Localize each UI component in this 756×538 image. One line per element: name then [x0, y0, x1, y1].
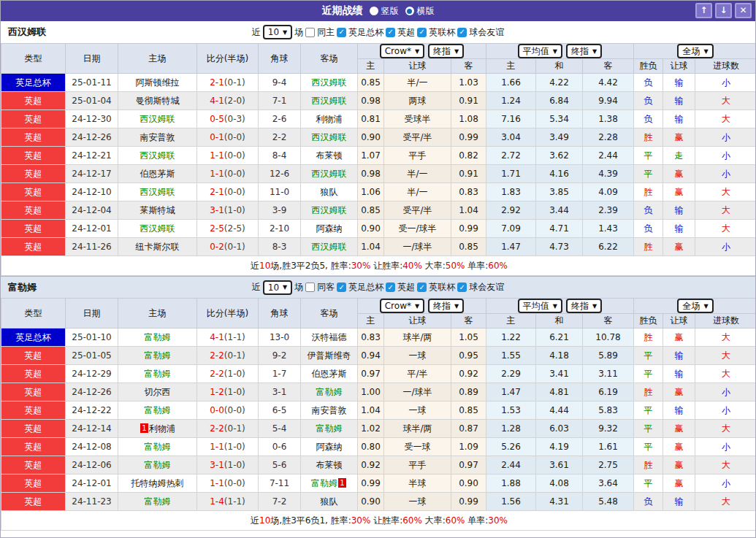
scroll-up-button[interactable]: ↑	[695, 3, 712, 18]
odds-away: 0.89	[459, 387, 478, 397]
bookmaker-select[interactable]: Crow*	[380, 299, 424, 313]
match-date: 24-12-22	[72, 405, 111, 415]
avg-home: 1.24	[501, 96, 521, 106]
goals-flag: 小	[722, 132, 730, 142]
col-goals: 大	[695, 201, 756, 220]
close-button[interactable]: ✕	[735, 3, 752, 18]
col-odds-home: 1.07	[358, 147, 384, 165]
col-competition: 英超	[1, 365, 66, 383]
summary-segment: 50%	[446, 261, 465, 271]
games-label: 场	[294, 26, 303, 39]
odds-stage-select[interactable]: 终指	[428, 44, 464, 58]
fa-cup-checkbox[interactable]	[337, 28, 346, 37]
col-goals: 小	[695, 74, 756, 92]
competition-badge: 英超	[25, 405, 42, 415]
avg-away: 6.19	[598, 387, 618, 397]
scroll-down-button[interactable]: ↓	[715, 3, 732, 18]
match-row: 英超24-12-30西汉姆联0-5(0-3)2-6利物浦0.81受球半1.087…	[1, 110, 756, 128]
corners-count: 2-10	[270, 223, 289, 234]
summary-segment: 10	[259, 515, 270, 526]
corners-count: 5-6	[272, 460, 287, 470]
average-select[interactable]: 平均值	[518, 44, 562, 58]
avg-away: 5.83	[598, 405, 618, 415]
match-row: 英超25-01-05富勒姆2-2(0-1)9-2伊普斯维奇0.94一球0.951…	[1, 347, 756, 365]
col-result: 胜	[634, 328, 663, 347]
handicap-flag: 输	[675, 114, 684, 124]
col-score: 1-1(0-0)	[197, 165, 259, 183]
red-card-badge: 1	[140, 423, 148, 433]
fulltime-score: 1-1	[210, 150, 224, 161]
friendly-checkbox[interactable]	[457, 283, 467, 292]
col-handicap-result: 赢	[663, 183, 695, 201]
avg-home: 2.72	[501, 150, 521, 161]
odds-home: 0.90	[361, 496, 381, 507]
fa-cup-label: 英足总杯	[348, 281, 383, 293]
competition-badge: 英超	[25, 169, 42, 179]
col-away-team: 阿森纳	[301, 220, 358, 238]
col-header-odds-home: 主	[358, 59, 384, 74]
col-odds-home: 0.83	[358, 328, 384, 347]
handicap-flag: 输	[675, 205, 684, 215]
col-odds-line: 球半/两	[384, 328, 451, 347]
match-count-select[interactable]: 10	[263, 280, 292, 295]
scope-select[interactable]: 全场	[677, 299, 713, 313]
odds-home: 0.98	[361, 169, 381, 179]
odds-away: 0.99	[459, 496, 478, 507]
premier-league-checkbox[interactable]	[386, 28, 395, 37]
col-home-team: 莱斯特城	[118, 201, 197, 220]
bookmaker-select[interactable]: Crow*	[380, 44, 424, 58]
scope-select[interactable]: 全场	[677, 44, 713, 58]
average-select[interactable]: 平均值	[518, 299, 562, 313]
home-team-name: 西汉姆联	[140, 114, 175, 124]
col-competition: 英超	[1, 383, 66, 401]
col-odds-away: 0.95	[451, 347, 486, 365]
col-avg-away: 2.28	[583, 128, 634, 147]
same-venue-checkbox[interactable]	[305, 283, 315, 292]
halftime-score: (0-0)	[224, 150, 245, 161]
average-stage-select[interactable]: 终指	[566, 299, 602, 313]
col-odds-line: 半/一	[384, 165, 451, 183]
col-handicap-result: 赢	[663, 438, 695, 456]
odds-line: 半/一	[407, 187, 427, 197]
efl-cup-checkbox[interactable]	[417, 28, 427, 37]
col-odds-home: 1.04	[358, 401, 384, 420]
halftime-score: (0-1)	[224, 423, 245, 434]
friendly-label: 球会友谊	[469, 281, 504, 293]
col-home-team: 阿斯顿维拉	[118, 74, 197, 92]
col-odds-away: 0.92	[451, 365, 486, 383]
competition-badge: 英超	[25, 369, 42, 379]
col-away-team: 富勒姆1	[301, 474, 358, 493]
layout-radio-horizontal[interactable]: 横版	[405, 5, 435, 18]
col-result: 负	[634, 110, 663, 128]
col-score: 2-2(0-1)	[197, 420, 259, 438]
col-date: 24-12-04	[66, 201, 118, 220]
match-date: 24-12-26	[72, 387, 111, 397]
title-bar-center: 近期战绩 竖版 横版	[322, 4, 435, 18]
avg-home: 1.66	[501, 77, 521, 88]
competition-badge: 英超	[25, 96, 42, 106]
odds-stage-select[interactable]: 终指	[428, 299, 464, 313]
col-handicap-result: 输	[663, 201, 695, 220]
match-date: 25-01-10	[72, 332, 111, 342]
same-venue-checkbox[interactable]	[305, 28, 315, 37]
col-score: 1-2(1-0)	[197, 383, 259, 401]
premier-league-label: 英超	[397, 26, 415, 39]
col-competition: 英超	[1, 493, 66, 511]
premier-league-checkbox[interactable]	[386, 283, 395, 292]
fa-cup-checkbox[interactable]	[337, 283, 346, 292]
col-corners: 5-4	[259, 420, 301, 438]
friendly-checkbox[interactable]	[457, 28, 467, 37]
match-count-select[interactable]: 10	[263, 25, 292, 39]
goals-flag: 小	[722, 478, 730, 488]
efl-cup-checkbox[interactable]	[417, 283, 427, 292]
match-date: 24-12-26	[72, 132, 111, 142]
avg-home: 1.47	[501, 242, 521, 252]
layout-radio-vertical[interactable]: 竖版	[370, 5, 399, 18]
average-stage-select[interactable]: 终指	[566, 44, 602, 58]
handicap-flag: 输	[675, 96, 684, 106]
col-competition: 英超	[1, 92, 66, 110]
goals-flag: 大	[722, 114, 730, 124]
match-row: 英超24-11-26纽卡斯尔联0-2(0-1)8-3西汉姆联1.04一/球半0.…	[1, 238, 756, 256]
col-odds-home: 0.94	[358, 347, 384, 365]
col-avg-away: 2.44	[583, 147, 634, 165]
